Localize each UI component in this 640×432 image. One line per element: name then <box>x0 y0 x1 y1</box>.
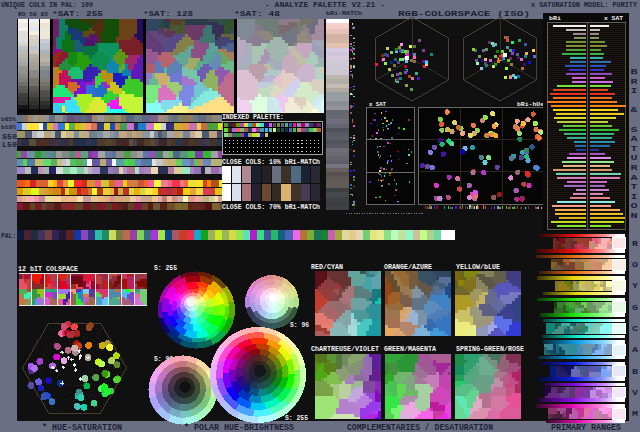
svg-text:RGB-COLORSPACE (ISO): RGB-COLORSPACE (ISO) <box>398 9 530 18</box>
svg-text:S: 255: S: 255 <box>154 265 177 272</box>
svg-text:CLOSE COLS: 70% bRi-MATCh: CLOSE COLS: 70% bRi-MATCh <box>222 204 320 211</box>
svg-text:U: U <box>631 153 638 162</box>
svg-text:A: A <box>632 345 638 354</box>
svg-text:N: N <box>631 211 638 220</box>
svg-text:R: R <box>632 239 638 248</box>
svg-text:x SAT: x SAT <box>604 15 623 22</box>
svg-text:*SAT: 48: *SAT: 48 <box>234 10 280 18</box>
svg-text:M: M <box>632 409 638 418</box>
svg-text:x SATURATION MODEL: PURITY: x SATURATION MODEL: PURITY <box>531 1 638 9</box>
svg-text:S: S <box>631 125 638 134</box>
svg-text:O: O <box>631 201 638 210</box>
svg-text:G: G <box>632 303 638 312</box>
svg-text:* HUE-SATURATION: * HUE-SATURATION <box>42 423 122 432</box>
svg-text:S: 255: S: 255 <box>285 415 308 422</box>
svg-text:PAL:: PAL: <box>1 233 16 240</box>
svg-text:A: A <box>631 134 638 143</box>
svg-text:INDEXED PALETTE:: INDEXED PALETTE: <box>222 114 284 121</box>
svg-text:Y: Y <box>632 281 638 290</box>
svg-text:V: V <box>632 388 638 397</box>
svg-text:ORANGE/AZURE: ORANGE/AZURE <box>384 264 432 271</box>
svg-text:12 bIT COLSPACE: 12 bIT COLSPACE <box>18 266 78 273</box>
svg-text:YELLOW/bLUE: YELLOW/bLUE <box>456 264 500 271</box>
svg-text:x SAT: x SAT <box>369 101 386 108</box>
svg-text:A: A <box>631 173 638 182</box>
svg-text:ChARTREUSE/VIOLET: ChARTREUSE/VIOLET <box>311 346 379 353</box>
svg-text:L50: L50 <box>2 141 18 149</box>
svg-text:COMPLEMENTARIES / DESATURATION: COMPLEMENTARIES / DESATURATION <box>347 423 493 432</box>
svg-text:T: T <box>631 144 638 153</box>
svg-text:T: T <box>631 182 638 191</box>
svg-text:b65%: b65% <box>1 116 16 123</box>
svg-text:B: B <box>631 67 638 76</box>
svg-text:I: I <box>631 192 638 201</box>
svg-text:S: 96: S: 96 <box>290 322 309 329</box>
svg-text:R: R <box>631 163 638 172</box>
svg-text:GREEN/MAGENTA: GREEN/MAGENTA <box>384 346 436 353</box>
svg-text:RO 50 85: RO 50 85 <box>18 11 48 18</box>
svg-text:- ANALYZE PALETTE V2.21 -: - ANALYZE PALETTE V2.21 - <box>265 1 385 9</box>
svg-text:PRIMARY RANGES: PRIMARY RANGES <box>551 423 622 432</box>
svg-text:* POLAR HUE-BRIGHTNESS: * POLAR HUE-BRIGHTNESS <box>184 423 295 432</box>
svg-text:bRi: bRi <box>549 15 561 22</box>
svg-text:CLOSE COLS: 10% bRi-MATCh: CLOSE COLS: 10% bRi-MATCh <box>222 159 320 166</box>
svg-text:&: & <box>631 105 638 114</box>
svg-text:b10%: b10% <box>1 124 16 131</box>
svg-text:I: I <box>631 86 638 95</box>
svg-text:C: C <box>632 324 638 333</box>
svg-text:O: O <box>632 260 638 269</box>
svg-text:R: R <box>631 77 638 86</box>
svg-text:S50: S50 <box>2 133 18 141</box>
svg-text:*SAT: 255: *SAT: 255 <box>52 10 103 18</box>
svg-text:bRi-MATCh: bRi-MATCh <box>326 10 362 17</box>
svg-text:*SAT: 128: *SAT: 128 <box>143 10 193 18</box>
svg-text:RED/CYAN: RED/CYAN <box>311 264 343 271</box>
svg-text:B: B <box>632 367 638 376</box>
svg-text:UNIQUE COLS IN PAL: 109: UNIQUE COLS IN PAL: 109 <box>1 1 93 9</box>
svg-text:bRi-hUe: bRi-hUe <box>517 101 544 108</box>
svg-text:SPRING-GREEN/ROSE: SPRING-GREEN/ROSE <box>456 346 524 353</box>
